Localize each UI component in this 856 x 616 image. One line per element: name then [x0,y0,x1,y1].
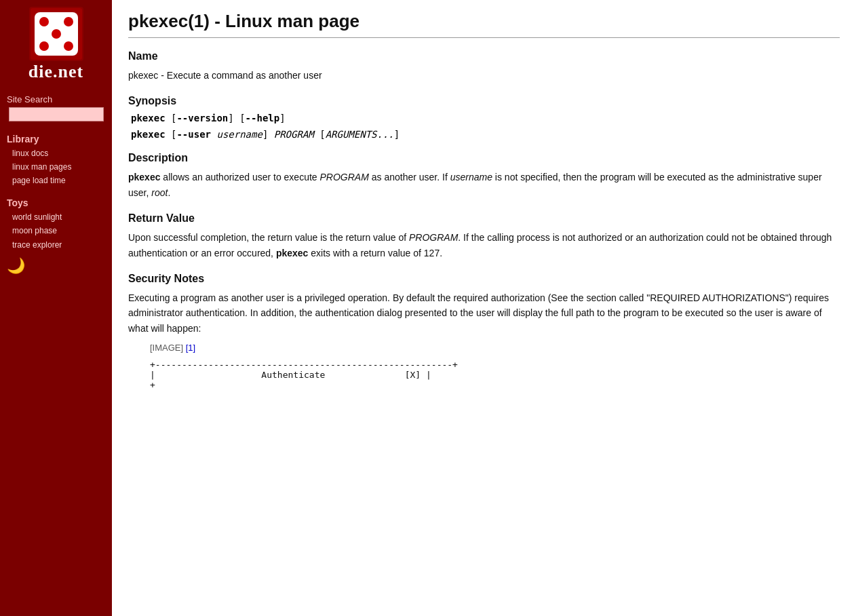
toys-section-label: Toys [0,197,28,208]
site-name-text: die.net [28,62,83,82]
sidebar-link-trace-explorer[interactable]: trace explorer [0,238,62,252]
return-value-content: Upon successful completion, the return v… [128,230,840,261]
return-pkexec-bold: pkexec [276,248,308,258]
svg-point-7 [52,29,61,39]
ascii-box: +---------------------------------------… [150,360,840,390]
image-ref-text: [1] [186,343,195,353]
ascii-line-1: +---------------------------------------… [150,360,458,370]
sidebar-link-linux-docs[interactable]: linux docs [0,147,48,160]
section-heading-name: Name [128,50,840,62]
synopsis-cmd-1: pkexec [131,113,166,123]
image-ref-link[interactable]: [1] [186,343,195,353]
return-program-italic: PROGRAM [409,232,458,243]
description-username-italic: username [450,172,492,182]
description-root-italic: root [151,187,168,198]
description-pkexec-bold: pkexec [128,172,160,182]
site-search-label: Site Search [0,94,52,104]
ascii-line-2: | Authenticate [X] | [150,370,431,380]
dice-logo [29,7,83,61]
image-placeholder-text: [IMAGE] [150,343,183,353]
svg-point-3 [39,17,49,26]
synopsis-line-1: pkexec [--version] [--help] [128,113,840,123]
section-heading-return-value: Return Value [128,212,840,225]
synopsis-cmd-2: pkexec [131,129,166,140]
ascii-line-3: + [150,380,155,390]
description-content: pkexec allows an authorized user to exec… [128,170,840,200]
svg-point-4 [64,17,73,26]
synopsis-line-2: pkexec [--user username] PROGRAM [ARGUME… [128,129,840,140]
sidebar-link-world-sunlight[interactable]: world sunlight [0,210,62,224]
library-section-label: Library [0,134,39,145]
sidebar: die.net Site Search Library linux docs l… [0,0,112,616]
security-notes-content: Executing a program as another user is a… [128,290,840,336]
section-heading-description: Description [128,152,840,164]
sidebar-link-page-load-time[interactable]: page load time [0,174,66,187]
section-heading-security-notes: Security Notes [128,273,840,285]
sidebar-link-linux-man-pages[interactable]: linux man pages [0,160,71,174]
svg-point-5 [39,41,49,51]
logo-area: die.net [0,0,112,88]
image-placeholder: [IMAGE] [1] [150,343,840,353]
search-input[interactable] [9,107,104,121]
description-program-italic: PROGRAM [320,172,369,182]
svg-point-6 [64,41,73,51]
sidebar-link-moon-phase[interactable]: moon phase [0,224,57,237]
moon-icon: 🌙 [0,257,25,275]
page-title: pkexec(1) - Linux man page [128,11,840,38]
section-heading-synopsis: Synopsis [128,95,840,107]
name-content: pkexec - Execute a command as another us… [128,68,840,83]
main-content: pkexec(1) - Linux man page Name pkexec -… [112,0,856,616]
